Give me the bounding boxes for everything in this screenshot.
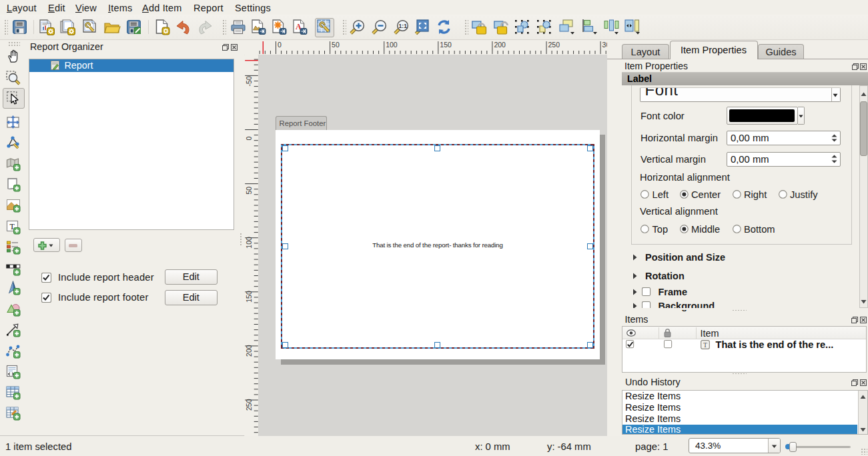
svg-text:-50: -50 [245, 76, 253, 86]
svg-text:100: 100 [386, 41, 398, 49]
svg-text:150: 150 [440, 41, 452, 49]
svg-text:200: 200 [245, 345, 253, 357]
svg-text:250: 250 [548, 41, 560, 49]
svg-text:50: 50 [245, 187, 253, 195]
svg-text:0: 0 [278, 41, 282, 49]
svg-text:100: 100 [245, 237, 253, 249]
svg-text:0: 0 [245, 137, 253, 141]
svg-text:300: 300 [602, 41, 607, 49]
svg-text:50: 50 [332, 41, 340, 49]
svg-text:200: 200 [494, 41, 506, 49]
svg-text:150: 150 [245, 291, 253, 303]
svg-text:1:1: 1:1 [399, 23, 408, 29]
svg-text:250: 250 [245, 399, 253, 411]
svg-text:T: T [703, 341, 707, 349]
